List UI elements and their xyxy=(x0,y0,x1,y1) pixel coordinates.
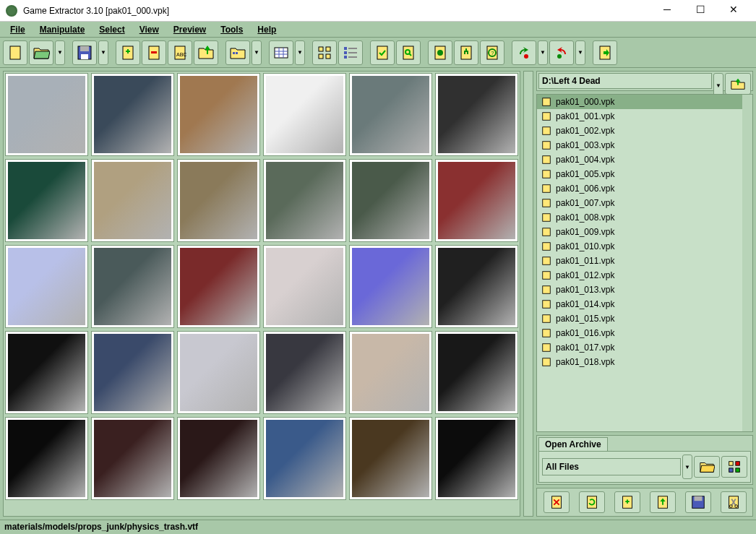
redo-dropdown[interactable]: ▼ xyxy=(538,40,548,65)
menu-tools[interactable]: Tools xyxy=(215,23,249,36)
thumbnail[interactable] xyxy=(349,73,432,156)
menu-view[interactable]: View xyxy=(134,23,165,36)
thumbnail[interactable] xyxy=(435,417,518,500)
thumbnail[interactable] xyxy=(91,331,174,414)
thumbnail[interactable] xyxy=(435,331,518,414)
thumbnail[interactable] xyxy=(177,417,260,500)
file-item[interactable]: pak01_017.vpk xyxy=(537,340,752,355)
menu-preview[interactable]: Preview xyxy=(168,23,212,36)
new-button[interactable] xyxy=(3,40,27,65)
menu-select[interactable]: Select xyxy=(93,23,130,36)
remove-button[interactable] xyxy=(142,40,166,65)
file-item[interactable]: pak01_009.vpk xyxy=(537,225,752,239)
save-button[interactable] xyxy=(72,40,97,65)
gear-button[interactable] xyxy=(428,40,452,65)
thumbnail[interactable] xyxy=(263,245,346,328)
file-item[interactable]: pak01_013.vpk xyxy=(537,283,752,297)
file-item[interactable]: pak01_015.vpk xyxy=(537,311,752,326)
thumbnail[interactable] xyxy=(5,331,88,414)
menu-file[interactable]: File xyxy=(4,23,31,36)
thumbnail[interactable] xyxy=(5,159,88,242)
thumbnail[interactable] xyxy=(263,417,346,500)
undo-dropdown[interactable]: ▼ xyxy=(575,40,585,65)
file-list-scrollbar[interactable] xyxy=(742,95,752,431)
list-view-button[interactable] xyxy=(338,40,363,65)
file-item[interactable]: pak01_005.vpk xyxy=(537,167,752,181)
minimize-button[interactable]: ─ xyxy=(650,0,684,20)
file-item[interactable]: pak01_006.vpk xyxy=(537,181,752,196)
save-dropdown[interactable]: ▼ xyxy=(98,40,108,65)
close-button[interactable]: ✕ xyxy=(717,0,750,20)
thumbnail[interactable] xyxy=(349,245,432,328)
rename-button[interactable]: ABC xyxy=(168,40,192,65)
file-item[interactable]: pak01_007.vpk xyxy=(537,196,752,210)
thumbnail[interactable] xyxy=(263,159,346,242)
view-mode-button[interactable] xyxy=(225,40,250,65)
open-dropdown[interactable]: ▼ xyxy=(55,40,65,65)
tree-button[interactable] xyxy=(454,40,478,65)
up-folder-button[interactable] xyxy=(725,73,751,95)
file-list[interactable]: pak01_000.vpkpak01_001.vpkpak01_002.vpkp… xyxy=(536,94,753,432)
thumbnail[interactable] xyxy=(263,331,346,414)
open-button[interactable] xyxy=(29,40,53,65)
thumbnail[interactable] xyxy=(435,159,518,242)
file-item[interactable]: pak01_001.vpk xyxy=(537,109,752,124)
action-new-button[interactable] xyxy=(544,491,570,513)
thumbnail-panel[interactable] xyxy=(3,71,520,517)
thumbnail[interactable] xyxy=(435,73,518,156)
action-save-button[interactable] xyxy=(685,491,711,513)
thumbnail[interactable] xyxy=(263,73,346,156)
table-view-button[interactable] xyxy=(269,40,293,65)
file-item[interactable]: pak01_014.vpk xyxy=(537,297,752,311)
action-cut-button[interactable] xyxy=(721,491,747,513)
info-button[interactable]: ? xyxy=(480,40,504,65)
tile-view-button[interactable] xyxy=(312,40,337,65)
export-button[interactable] xyxy=(593,40,617,65)
file-item[interactable]: pak01_002.vpk xyxy=(537,124,752,138)
maximize-button[interactable]: ☐ xyxy=(684,0,717,20)
thumbnail[interactable] xyxy=(349,159,432,242)
thumbnail[interactable] xyxy=(5,245,88,328)
thumbnail[interactable] xyxy=(91,417,174,500)
open-archive-tab[interactable]: Open Archive xyxy=(538,437,608,451)
table-view-dropdown[interactable]: ▼ xyxy=(295,40,305,65)
grid-filter-button[interactable] xyxy=(721,456,747,478)
add-button[interactable] xyxy=(116,40,140,65)
thumbnail[interactable] xyxy=(435,245,518,328)
file-item[interactable]: pak01_011.vpk xyxy=(537,254,752,268)
thumbnail[interactable] xyxy=(177,245,260,328)
action-add-button[interactable] xyxy=(614,491,640,513)
thumbnail[interactable] xyxy=(177,73,260,156)
filter-dropdown[interactable]: ▼ xyxy=(682,455,692,479)
action-refresh-button[interactable] xyxy=(579,491,605,513)
file-item[interactable]: pak01_016.vpk xyxy=(537,326,752,340)
file-item[interactable]: pak01_003.vpk xyxy=(537,138,752,152)
undo-button[interactable] xyxy=(549,40,574,65)
thumbnail[interactable] xyxy=(349,417,432,500)
thumbnail[interactable] xyxy=(5,417,88,500)
filter-combo[interactable]: All Files xyxy=(542,458,681,475)
redo-button[interactable] xyxy=(512,40,536,65)
action-extract-button[interactable] xyxy=(650,491,676,513)
menu-help[interactable]: Help xyxy=(252,23,282,36)
menu-manipulate[interactable]: Manipulate xyxy=(34,23,91,36)
file-item[interactable]: pak01_008.vpk xyxy=(537,210,752,225)
extract-button[interactable] xyxy=(194,40,218,65)
file-item[interactable]: pak01_010.vpk xyxy=(537,239,752,254)
thumbnail[interactable] xyxy=(91,73,174,156)
file-item[interactable]: pak01_018.vpk xyxy=(537,355,752,369)
thumbnail-scrollbar[interactable] xyxy=(523,71,533,517)
view-mode-dropdown[interactable]: ▼ xyxy=(252,40,262,65)
thumbnail[interactable] xyxy=(5,73,88,156)
thumbnail[interactable] xyxy=(91,159,174,242)
check-button[interactable] xyxy=(370,40,395,65)
file-item[interactable]: pak01_012.vpk xyxy=(537,268,752,283)
path-combo[interactable]: D:\Left 4 Dead xyxy=(538,73,712,89)
thumbnail[interactable] xyxy=(177,331,260,414)
thumbnail[interactable] xyxy=(349,331,432,414)
thumbnail[interactable] xyxy=(177,159,260,242)
file-item[interactable]: pak01_004.vpk xyxy=(537,152,752,167)
open-filter-button[interactable] xyxy=(694,456,720,478)
file-item[interactable]: pak01_000.vpk xyxy=(537,95,752,109)
thumbnail[interactable] xyxy=(91,245,174,328)
